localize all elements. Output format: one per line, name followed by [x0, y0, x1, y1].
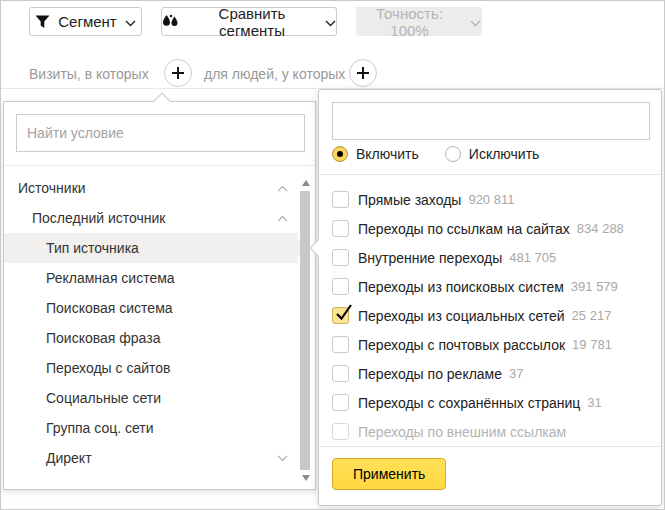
checkbox-icon[interactable]: [332, 307, 349, 324]
segment-button[interactable]: Сегмент: [29, 7, 142, 36]
checkbox-icon[interactable]: [332, 423, 349, 440]
divider: [4, 165, 315, 166]
checkbox-icon[interactable]: [332, 365, 349, 382]
chevron-down-icon: [325, 13, 336, 30]
tree-item[interactable]: Рекламная система: [4, 263, 298, 293]
source-option-count: 37: [509, 366, 523, 381]
source-option-count: 391 579: [571, 279, 618, 294]
source-option-count: 834 288: [577, 221, 624, 236]
tree-item-label: Рекламная система: [46, 270, 175, 286]
popup-filter-input[interactable]: [332, 102, 650, 140]
scroll-down-arrow-icon[interactable]: [302, 475, 310, 481]
source-option-label: Переходы по рекламе: [358, 366, 502, 382]
tree-item-label: Поисковая система: [46, 300, 173, 316]
source-option-row[interactable]: Переходы по ссылкам на сайтах 834 288: [319, 214, 661, 243]
source-type-popup: Включить Исключить Прямые заходы 920 811…: [318, 89, 662, 506]
source-option-label: Переходы с сохранённых страниц: [358, 395, 580, 411]
source-option-row[interactable]: Переходы по внешним ссылкам: [319, 417, 661, 446]
apply-button[interactable]: Применить: [332, 458, 446, 490]
source-option-label: Переходы из поисковых систем: [358, 279, 564, 295]
accuracy-button[interactable]: Точность: 100%: [356, 7, 482, 36]
checkbox-icon[interactable]: [332, 336, 349, 353]
tree-item-label: Группа соц. сети: [46, 420, 154, 436]
people-condition-label: для людей, у которых: [204, 66, 345, 82]
tree-scrollbar[interactable]: [300, 178, 312, 483]
filter-icon: [35, 15, 50, 29]
tree-item[interactable]: Поисковая система: [4, 293, 298, 323]
checkbox-icon[interactable]: [332, 220, 349, 237]
condition-search-input[interactable]: [16, 114, 305, 152]
source-option-count: 25 217: [572, 308, 612, 323]
add-people-condition-button[interactable]: [349, 59, 377, 87]
source-option-row[interactable]: Переходы из поисковых систем 391 579: [319, 272, 661, 301]
plus-icon: [171, 66, 185, 80]
tree-item-label: Источники: [18, 180, 86, 196]
source-option-label: Внутренние переходы: [358, 250, 502, 266]
exclude-radio-label: Исключить: [469, 146, 540, 162]
tree-item[interactable]: Директ: [4, 443, 298, 473]
source-options-list: Прямые заходы 920 811 Переходы по ссылка…: [319, 185, 661, 446]
checkbox-icon[interactable]: [332, 394, 349, 411]
source-option-label: Прямые заходы: [358, 192, 461, 208]
panel-pointer-up: [154, 93, 171, 110]
source-option-row[interactable]: Переходы с сохранённых страниц 31: [319, 388, 661, 417]
source-option-count: 19 781: [572, 337, 612, 352]
tree-item[interactable]: Социальные сети: [4, 383, 298, 413]
scrollbar-thumb[interactable]: [300, 191, 310, 470]
compare-segments-button[interactable]: Сравнить сегменты: [161, 7, 337, 36]
source-option-label: Переходы с почтовых рассылок: [358, 337, 565, 353]
tree-item-label: Последний источник: [32, 210, 165, 226]
visits-condition-label: Визиты, в которых: [29, 66, 149, 82]
plus-icon: [356, 66, 370, 80]
condition-tree: Источники Последний источник Тип источни…: [4, 173, 315, 473]
condition-tree-panel: Источники Последний источник Тип источни…: [3, 101, 316, 490]
tree-item-label: Директ: [46, 450, 92, 466]
compare-segments-label: Сравнить сегменты: [187, 5, 317, 39]
radio-checked-icon[interactable]: [332, 146, 348, 162]
checkbox-icon[interactable]: [332, 278, 349, 295]
include-radio-label: Включить: [356, 146, 419, 162]
scroll-up-arrow-icon[interactable]: [302, 180, 310, 186]
exclude-radio[interactable]: Исключить: [445, 146, 540, 162]
source-option-count: 31: [587, 395, 601, 410]
source-option-label: Переходы по внешним ссылкам: [358, 424, 566, 440]
source-option-label: Переходы из социальных сетей: [358, 308, 565, 324]
tree-chevron-icon[interactable]: [277, 215, 288, 222]
include-radio[interactable]: Включить: [332, 146, 419, 162]
divider: [319, 446, 661, 447]
tree-chevron-icon[interactable]: [277, 455, 288, 462]
source-option-row[interactable]: Переходы из социальных сетей 25 217: [319, 301, 661, 330]
add-visit-condition-button[interactable]: [164, 59, 192, 87]
source-option-row[interactable]: Переходы с почтовых рассылок 19 781: [319, 330, 661, 359]
include-exclude-radios: Включить Исключить: [332, 146, 539, 162]
segment-button-label: Сегмент: [58, 13, 116, 30]
source-option-count: 920 811: [468, 192, 514, 207]
checkbox-icon[interactable]: [332, 249, 349, 266]
source-option-row[interactable]: Внутренние переходы 481 705: [319, 243, 661, 272]
source-option-row[interactable]: Прямые заходы 920 811: [319, 185, 661, 214]
chevron-down-icon: [125, 13, 136, 30]
tree-item[interactable]: Последний источник: [4, 203, 298, 233]
droplets-icon: [162, 14, 179, 29]
tree-chevron-icon[interactable]: [277, 185, 288, 192]
tree-item[interactable]: Группа соц. сети: [4, 413, 298, 443]
checkbox-icon[interactable]: [332, 191, 349, 208]
accuracy-label: Точность: 100%: [357, 5, 462, 39]
radio-unchecked-icon[interactable]: [445, 146, 461, 162]
tree-item[interactable]: Источники: [4, 173, 298, 203]
tree-item-label: Переходы с сайтов: [46, 360, 171, 376]
tree-item-label: Тип источника: [46, 240, 139, 256]
tree-item[interactable]: Переходы с сайтов: [4, 353, 298, 383]
tree-item-label: Поисковая фраза: [46, 330, 160, 346]
tree-item-label: Социальные сети: [46, 390, 161, 406]
tree-item[interactable]: Поисковая фраза: [4, 323, 298, 353]
source-option-count: 481 705: [509, 250, 556, 265]
chevron-down-icon: [470, 13, 481, 30]
segmentation-screen: Сегмент Сравнить сегменты Точность: 100%…: [0, 0, 665, 510]
tree-item[interactable]: Тип источника: [4, 233, 298, 263]
divider: [319, 174, 661, 175]
source-option-row[interactable]: Переходы по рекламе 37: [319, 359, 661, 388]
source-option-label: Переходы по ссылкам на сайтах: [358, 221, 570, 237]
